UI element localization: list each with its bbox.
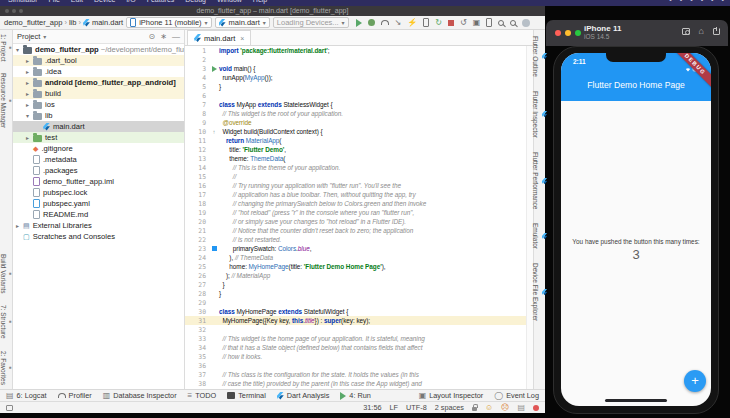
breadcrumb[interactable]: demo_flutter_app›lib›main.dart [4, 18, 123, 27]
code-line[interactable]: 4 runApp(MyApp()); [185, 73, 526, 82]
happy-feedback-icon[interactable]: ☺ [485, 404, 493, 412]
zoom-window-button[interactable] [575, 30, 581, 36]
sidebar-toolwindow-7-structure[interactable]: ▪7: Structure [0, 305, 12, 339]
tree-item--gitignore[interactable]: ◆.gitignore [13, 143, 184, 154]
tree-expand-icon[interactable]: ▸ [26, 134, 33, 141]
close-tab-icon[interactable]: × [240, 35, 244, 42]
sidebar-toolwindow-build-variants[interactable]: ▪Build Variants [0, 254, 12, 294]
toolwindow-button-terminal[interactable]: Terminal [227, 391, 266, 400]
zoom-icon[interactable] [498, 20, 504, 26]
breadcrumb-item[interactable]: lib [69, 18, 77, 27]
tree-item--metadata[interactable]: .metadata [13, 154, 184, 165]
close-window-button[interactable] [555, 30, 561, 36]
profiler-icon[interactable] [381, 20, 389, 25]
toolwindow-button-todo[interactable]: ≡TODO [188, 391, 217, 400]
toolwindow-button-4-run[interactable]: 4: Run [340, 391, 371, 400]
toolwindow-button-event-log[interactable]: ◯Event Log [494, 391, 539, 400]
tree-item-scratches-and-consoles[interactable]: ▢Scratches and Consoles [13, 231, 184, 242]
sidebar-toolwindow-resource-manager[interactable]: ▪Resource Manager [0, 73, 12, 128]
code-line[interactable]: 26 ); // MaterialApp [185, 271, 526, 280]
sync-icon[interactable]: ↺ [460, 19, 467, 27]
home-icon[interactable]: ⌂ [699, 27, 704, 36]
code-area[interactable]: 1import 'package:flutter/material.dart';… [185, 46, 526, 389]
tree-item--dart-tool[interactable]: ▸.dart_tool [13, 55, 184, 66]
sidebar-toolwindow-1-project[interactable]: ▪1: Project [0, 34, 12, 61]
tree-item--idea[interactable]: ▸.idea [13, 66, 184, 77]
menu-item[interactable]: I/O [126, 0, 135, 3]
tool-windows-icon[interactable] [6, 405, 13, 411]
indent-setting[interactable]: 2 spaces [435, 403, 464, 412]
line-ending[interactable]: LF [390, 403, 399, 412]
toolwindow-button-profiler[interactable]: Profiler [58, 391, 92, 400]
debug-icon[interactable] [368, 19, 375, 26]
code-line[interactable]: 38 // case the title) provided by the pa… [185, 379, 526, 388]
device-icon[interactable] [423, 18, 429, 27]
tree-item-demo-flutter-app-iml[interactable]: demo_flutter_app.iml [13, 176, 184, 187]
override-marker-icon[interactable]: ↑ [213, 129, 216, 135]
tree-item-pubspec-yaml[interactable]: pubspec.yaml [13, 198, 184, 209]
tree-item-readme-md[interactable]: README.md [13, 209, 184, 220]
tree-expand-icon[interactable]: ▸ [26, 90, 33, 97]
toolwindow-button-database-inspector[interactable]: ▥Database Inspector [103, 391, 177, 400]
tree-expand-icon[interactable]: ▸ [26, 68, 33, 75]
tree-item-build[interactable]: ▸build [13, 88, 184, 99]
menu-item[interactable]: Features [147, 0, 175, 3]
tree-item-android[interactable]: ▸android [demo_flutter_app_android] [13, 77, 184, 88]
panel-icon[interactable]: ▤ [517, 404, 525, 412]
code-line[interactable]: 27 } [185, 280, 526, 289]
menu-item[interactable]: Window [217, 0, 242, 3]
tree-item-demo-flutter-app[interactable]: ▾demo_flutter_app ~/development/demo_flu… [13, 44, 184, 55]
menu-item[interactable]: Edit [71, 0, 83, 3]
target-device-selector[interactable]: Loading Devices... ▾ [273, 17, 349, 28]
sidebar-toolwindow-2-favorites[interactable]: ▪2: Favorites [0, 351, 12, 385]
search-icon[interactable] [510, 20, 516, 26]
tree-item--packages[interactable]: .packages [13, 165, 184, 176]
run-line-icon[interactable] [212, 66, 217, 72]
menu-item[interactable]: Debug [185, 0, 206, 3]
tree-item-main-dart[interactable]: main.dart [13, 121, 184, 132]
code-line[interactable]: 5} [185, 82, 526, 91]
code-line[interactable]: 35 // how it looks. [185, 352, 526, 361]
increment-fab-button[interactable]: + [684, 370, 706, 392]
code-line[interactable]: 1import 'package:flutter/material.dart'; [185, 46, 526, 55]
screenshot-icon[interactable] [682, 28, 690, 35]
tree-expand-icon[interactable]: ▾ [26, 112, 33, 119]
toolwindow-button-6-logcat[interactable]: ▤6: Logcat [6, 391, 47, 400]
write-lock-icon[interactable] [472, 407, 477, 411]
avatar-icon[interactable] [522, 19, 530, 27]
settings-gear-icon[interactable]: ∗ [160, 32, 167, 41]
tree-expand-icon[interactable]: ▾ [16, 46, 23, 53]
menu-item[interactable]: Device [94, 0, 115, 3]
menu-item[interactable]: Help [253, 0, 267, 3]
locate-file-icon[interactable]: ⊙ [149, 32, 156, 41]
run-icon[interactable] [356, 19, 362, 27]
minimize-window-button[interactable] [565, 30, 571, 36]
device-manager-icon[interactable] [486, 18, 492, 27]
menu-item[interactable]: File [49, 0, 60, 3]
file-encoding[interactable]: UTF-8 [406, 403, 427, 412]
tree-item-pubspec-lock[interactable]: pubspec.lock [13, 187, 184, 198]
tree-expand-icon[interactable]: ▸ [26, 57, 33, 64]
sad-feedback-icon[interactable]: ☹ [501, 404, 509, 412]
save-icon[interactable] [713, 28, 720, 35]
device-selector[interactable]: iPhone 11 (mobile) ▾ [126, 17, 211, 28]
tree-expand-icon[interactable]: ▸ [26, 79, 33, 86]
tree-item-lib[interactable]: ▾lib [13, 110, 184, 121]
tab-main-dart[interactable]: main.dart × [187, 30, 251, 45]
breadcrumb-item[interactable]: demo_flutter_app [4, 18, 62, 27]
layout-inspector-icon[interactable]: ▣ [473, 19, 481, 27]
attach-debugger-icon[interactable]: ↘ [395, 19, 402, 27]
toolwindow-button-dart-analysis[interactable]: Dart Analysis [277, 391, 330, 400]
breadcrumb-item[interactable]: main.dart [92, 18, 123, 27]
toolwindow-button-layout-inspector[interactable]: ▣Layout Inspector [419, 391, 484, 400]
tree-item-ios[interactable]: ▸ios [13, 99, 184, 110]
stop-icon[interactable] [448, 20, 454, 26]
project-panel-title[interactable]: Project [17, 32, 40, 41]
hide-panel-icon[interactable]: — [172, 32, 180, 41]
caret-position[interactable]: 31:56 [363, 403, 381, 412]
tree-expand-icon[interactable]: ▸ [16, 222, 23, 229]
tree-expand-icon[interactable]: ▸ [26, 101, 33, 108]
code-line[interactable]: 28} [185, 289, 526, 298]
run-config-selector[interactable]: main.dart ▾ [215, 17, 270, 28]
chevron-down-icon[interactable]: ▾ [43, 34, 46, 40]
